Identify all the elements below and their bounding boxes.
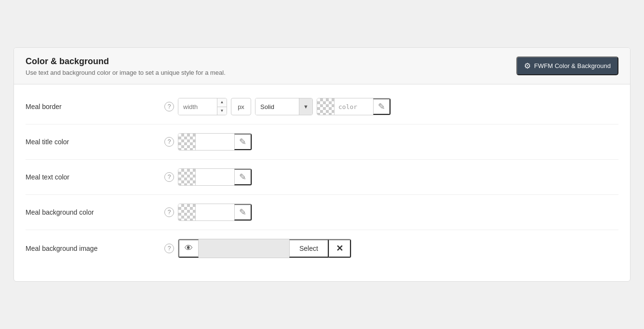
border-color-picker: color ✎	[317, 98, 391, 115]
border-unit-label: px	[231, 98, 251, 115]
close-icon: ✕	[336, 243, 343, 254]
border-color-brush-button[interactable]: ✎	[373, 98, 390, 115]
bg-color-picker: ✎	[178, 204, 252, 221]
title-color-text	[196, 134, 234, 150]
border-color-text: color	[335, 98, 373, 115]
help-icon[interactable]: ?	[164, 172, 174, 182]
image-preview-button[interactable]: 👁	[178, 239, 199, 258]
text-color-swatch[interactable]	[178, 169, 196, 185]
border-width-group: ▲ ▼	[178, 98, 227, 115]
image-path-input[interactable]	[199, 239, 289, 258]
text-color-brush-button[interactable]: ✎	[234, 169, 252, 185]
meal-text-color-row: Meal text color ? ✎	[26, 160, 618, 195]
meal-border-controls: ▲ ▼ px Solid Dashed Dotted None ▼	[178, 98, 618, 115]
header-text: Color & background Use text and backgrou…	[26, 56, 226, 76]
meal-bg-color-row: Meal background color ? ✎	[26, 195, 618, 230]
panel-header: Color & background Use text and backgrou…	[14, 48, 630, 84]
title-color-picker: ✎	[178, 133, 252, 151]
meal-border-row: Meal border ? ▲ ▼ px Solid	[26, 89, 618, 124]
title-color-brush-button[interactable]: ✎	[234, 134, 252, 150]
panel-title: Color & background	[26, 56, 226, 67]
eye-icon: 👁	[185, 244, 193, 253]
color-background-panel: Color & background Use text and backgrou…	[13, 47, 631, 282]
image-select-button[interactable]: Select	[289, 239, 329, 258]
border-width-input[interactable]	[178, 98, 217, 115]
meal-text-color-controls: ✎	[178, 168, 618, 186]
bg-color-swatch[interactable]	[178, 204, 196, 220]
meal-bg-color-help: ?	[161, 207, 178, 217]
meal-bg-image-label: Meal background image	[26, 245, 161, 252]
meal-border-label: Meal border	[26, 103, 161, 110]
meal-title-color-row: Meal title color ? ✎	[26, 124, 618, 160]
text-color-picker: ✎	[178, 168, 252, 186]
bg-color-brush-button[interactable]: ✎	[234, 204, 252, 220]
meal-title-color-controls: ✎	[178, 133, 618, 151]
border-style-dropdown-icon[interactable]: ▼	[299, 98, 312, 115]
panel-description: Use text and background color or image t…	[26, 69, 226, 76]
plugin-badge-button[interactable]: ⚙ FWFM Color & Background	[516, 56, 618, 75]
image-field-group: 👁 Select ✕	[178, 239, 351, 258]
help-icon[interactable]: ?	[164, 207, 174, 217]
bg-color-text	[196, 204, 234, 220]
help-icon[interactable]: ?	[164, 137, 174, 147]
help-icon[interactable]: ?	[164, 244, 174, 253]
border-color-swatch[interactable]	[317, 98, 335, 115]
help-icon[interactable]: ?	[164, 102, 174, 111]
meal-bg-image-controls: 👁 Select ✕	[178, 239, 618, 258]
plugin-badge-label: FWFM Color & Background	[534, 62, 611, 69]
meal-title-color-label: Meal title color	[26, 138, 161, 146]
image-clear-button[interactable]: ✕	[329, 239, 351, 258]
puzzle-icon: ⚙	[524, 61, 531, 70]
border-width-spinner: ▲ ▼	[217, 98, 227, 115]
meal-text-color-label: Meal text color	[26, 173, 161, 181]
meal-bg-color-controls: ✎	[178, 204, 618, 221]
meal-title-color-help: ?	[161, 137, 178, 147]
meal-text-color-help: ?	[161, 172, 178, 182]
border-style-group: Solid Dashed Dotted None ▼	[255, 98, 313, 115]
meal-bg-image-help: ?	[161, 244, 178, 253]
title-color-swatch[interactable]	[178, 134, 196, 150]
spinner-down-button[interactable]: ▼	[217, 107, 227, 115]
meal-bg-color-label: Meal background color	[26, 208, 161, 216]
border-style-select[interactable]: Solid Dashed Dotted None	[255, 98, 299, 115]
spinner-up-button[interactable]: ▲	[217, 98, 227, 107]
panel-body: Meal border ? ▲ ▼ px Solid	[14, 84, 630, 281]
text-color-text	[196, 169, 234, 185]
meal-border-help: ?	[161, 102, 178, 111]
meal-bg-image-row: Meal background image ? 👁 Select ✕	[26, 230, 618, 267]
